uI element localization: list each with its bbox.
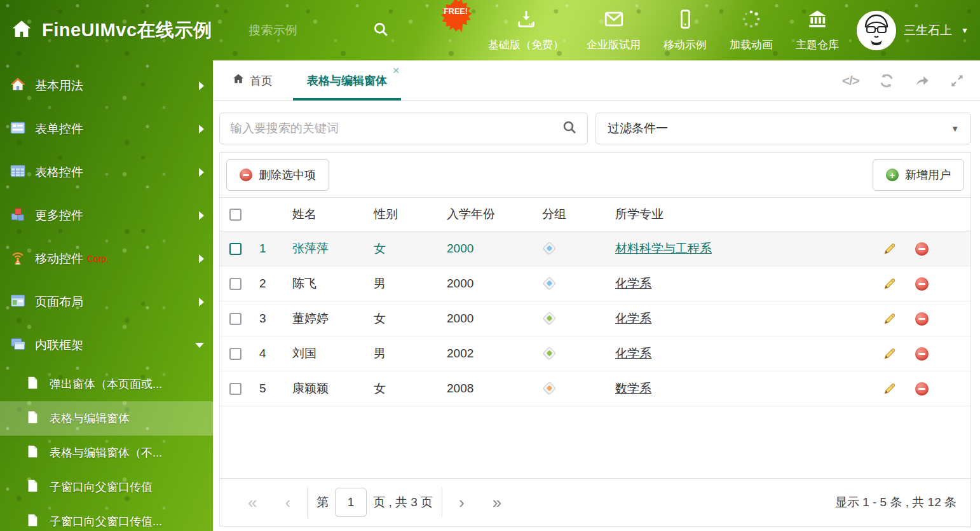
user-menu[interactable]: 三生石上 ▼: [857, 11, 969, 50]
next-page-button[interactable]: ›: [445, 494, 479, 511]
major-link[interactable]: 化学系: [615, 277, 651, 290]
major-link[interactable]: 化学系: [615, 347, 651, 360]
cell-gender: 女: [374, 371, 447, 406]
expand-icon[interactable]: [949, 73, 965, 88]
nav-item-loading-animations[interactable]: 加载动画: [730, 8, 773, 52]
major-link[interactable]: 数学系: [615, 382, 651, 395]
user-name: 三生石上: [904, 22, 952, 39]
refresh-icon[interactable]: [878, 72, 895, 89]
mobile-icon: [674, 8, 696, 32]
divider: [442, 488, 442, 517]
header-search[interactable]: 搜索示例: [249, 21, 389, 40]
sidebar-child-grid-edit-window[interactable]: 表格与编辑窗体: [0, 401, 213, 436]
sidebar-item-more-controls[interactable]: 更多控件: [0, 194, 213, 237]
cell-year: 2000: [447, 301, 542, 336]
header-search-placeholder: 搜索示例: [249, 22, 297, 39]
tag-icon: [542, 241, 556, 255]
search-icon[interactable]: [372, 21, 389, 40]
edit-pencil-icon[interactable]: [882, 347, 897, 361]
source-code-icon[interactable]: </>: [842, 73, 859, 88]
keyword-search-box[interactable]: [219, 113, 588, 144]
cell-year: 2000: [447, 231, 542, 266]
page-number-input[interactable]: [335, 488, 367, 517]
page-suffix: 页 , 共 3 页: [373, 494, 433, 511]
sidebar-child-popup-window[interactable]: 弹出窗体（本页面或...: [0, 367, 213, 401]
close-icon[interactable]: ✕: [392, 66, 400, 76]
filter-dropdown[interactable]: 过滤条件一 ▼: [595, 113, 971, 144]
file-icon: [25, 445, 39, 462]
share-icon[interactable]: [914, 72, 930, 89]
sidebar-item-page-layout[interactable]: 页面布局: [0, 280, 213, 324]
home-icon: [10, 76, 26, 96]
cell-name: 董婷婷: [292, 301, 374, 336]
row-number: 5: [259, 371, 292, 406]
delete-row-icon[interactable]: [915, 382, 929, 396]
download-icon: [515, 8, 537, 32]
sidebar-child-child-to-parent-2[interactable]: 子窗口向父窗口传值...: [0, 504, 213, 531]
delete-row-icon[interactable]: [915, 347, 929, 361]
row-checkbox[interactable]: [229, 278, 242, 290]
cell-year: 2008: [447, 371, 542, 406]
home-icon: [232, 72, 245, 88]
delete-row-icon[interactable]: [915, 277, 929, 291]
cell-gender: 女: [374, 301, 447, 336]
grid-toolbar: 删除选中项 + 新增用户: [220, 153, 970, 197]
row-checkbox[interactable]: [229, 243, 242, 255]
sidebar-item-form-controls[interactable]: 表单控件: [0, 107, 213, 151]
chevron-down-icon: [195, 343, 204, 348]
main-content: 首页 表格与编辑窗体 ✕ </>: [213, 60, 980, 531]
edit-pencil-icon[interactable]: [882, 242, 897, 256]
prev-page-button[interactable]: ‹: [271, 494, 304, 511]
last-page-button[interactable]: »: [479, 494, 515, 511]
tab-home[interactable]: 首页: [228, 60, 276, 100]
app-logo[interactable]: FineUIMvc在线示例: [10, 18, 212, 43]
nav-item-mobile-demo[interactable]: 移动示例: [664, 8, 707, 52]
major-link[interactable]: 材料科学与工程系: [615, 242, 712, 255]
delete-row-icon[interactable]: [915, 312, 929, 326]
chevron-right-icon: [199, 298, 204, 307]
table-row[interactable]: 4 刘国 男 2002 化学系: [220, 336, 970, 371]
antenna-icon: [10, 249, 26, 269]
search-icon[interactable]: [562, 120, 577, 137]
row-checkbox[interactable]: [229, 313, 242, 325]
plus-circle-icon: +: [886, 169, 899, 181]
page-prefix: 第: [316, 494, 329, 511]
sidebar-item-basic-usage[interactable]: 基本用法: [0, 64, 213, 107]
row-checkbox[interactable]: [229, 383, 242, 395]
table-row[interactable]: 1 张萍萍 女 2000 材料科学与工程系: [220, 231, 970, 266]
filter-row: 过滤条件一 ▼: [219, 113, 971, 144]
file-icon: [25, 376, 39, 393]
keyword-search-input[interactable]: [230, 121, 562, 135]
major-link[interactable]: 化学系: [615, 312, 651, 325]
column-actions: [882, 198, 970, 231]
sidebar-item-grid-controls[interactable]: 表格控件: [0, 151, 213, 194]
edit-pencil-icon[interactable]: [882, 382, 897, 396]
nav-item-basic-edition[interactable]: 基础版（免费）: [488, 8, 564, 52]
edit-pencil-icon[interactable]: [882, 277, 897, 291]
form-icon: [10, 120, 26, 139]
column-group: 分组: [542, 198, 615, 231]
sidebar-child-grid-edit-window-2[interactable]: 表格与编辑窗体（不...: [0, 436, 213, 470]
cell-gender: 男: [374, 336, 447, 371]
cell-name: 陈飞: [292, 266, 374, 301]
row-checkbox[interactable]: [229, 348, 242, 360]
nav-item-enterprise-trial[interactable]: 企业版试用: [587, 8, 641, 52]
column-gender: 性别: [374, 198, 447, 231]
table-row[interactable]: 5 康颖颖 女 2008 数学系: [220, 371, 970, 406]
sidebar-child-child-to-parent[interactable]: 子窗口向父窗口传值: [0, 470, 213, 504]
table-row[interactable]: 2 陈飞 男 2000 化学系: [220, 266, 970, 301]
table-row[interactable]: 3 董婷婷 女 2000 化学系: [220, 301, 970, 336]
add-user-button[interactable]: + 新增用户: [873, 159, 964, 191]
sidebar-item-iframe[interactable]: 内联框架: [0, 324, 213, 367]
cell-year: 2000: [447, 266, 542, 301]
first-page-button[interactable]: «: [234, 494, 271, 511]
table-icon: [10, 163, 26, 183]
sidebar-item-mobile-controls[interactable]: 移动控件 Corp.: [0, 237, 213, 280]
edit-pencil-icon[interactable]: [882, 312, 897, 326]
cell-name: 刘国: [292, 336, 374, 371]
tab-grid-edit-window[interactable]: 表格与编辑窗体 ✕: [293, 60, 401, 100]
nav-item-theme-store[interactable]: 主题仓库: [796, 8, 839, 52]
delete-selected-button[interactable]: 删除选中项: [226, 159, 329, 191]
select-all-checkbox[interactable]: [229, 209, 242, 221]
delete-row-icon[interactable]: [915, 242, 929, 256]
